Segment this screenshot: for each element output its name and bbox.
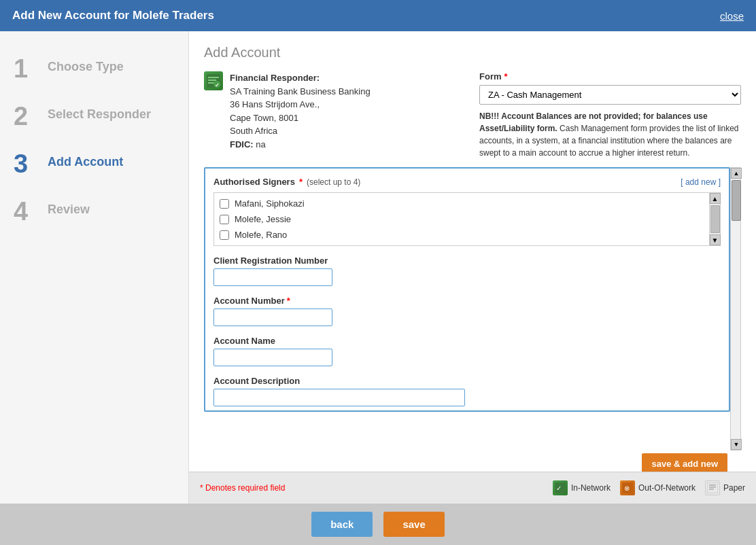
- responder-name-label: Financial Responder:: [230, 73, 320, 83]
- step-4-number: 4: [14, 198, 38, 224]
- account-name-input[interactable]: [213, 349, 332, 366]
- signers-label: Authorised Signers: [213, 177, 295, 187]
- add-new-signer-link[interactable]: [ add new ]: [681, 177, 721, 187]
- paper-icon: [705, 480, 720, 495]
- signer-checkbox-2[interactable]: [220, 230, 229, 240]
- signers-scroll-up[interactable]: ▲: [710, 193, 721, 204]
- signers-scrollbar: ▲ ▼: [709, 193, 720, 245]
- required-note: * Denotes required field: [200, 483, 285, 493]
- step-1-number: 1: [14, 56, 38, 82]
- in-network-icon: ✓: [553, 480, 568, 495]
- form-label-row: Form *: [479, 71, 741, 82]
- save-button[interactable]: save: [383, 512, 444, 537]
- legend-section: ✓ In-Network ⊗ Out-Of-Network: [553, 480, 745, 495]
- svg-text:✓: ✓: [215, 82, 220, 88]
- account-number-input[interactable]: [213, 309, 332, 326]
- responder-info: ✓ Financial Responder: SA Training Bank …: [204, 71, 466, 159]
- account-number-label: Account Number *: [213, 296, 721, 306]
- responder-details: Financial Responder: SA Training Bank Bu…: [230, 71, 371, 159]
- responder-fdic-label: FDIC: na: [230, 139, 266, 150]
- outer-scroll-track: [731, 179, 740, 439]
- signers-note: (select up to 4): [307, 177, 360, 187]
- outer-scroll-down[interactable]: ▼: [731, 439, 742, 450]
- modal-container: Add New Account for Molefe Traders close…: [0, 0, 756, 545]
- nb-note: NB!!! Account Balances are not provided;…: [479, 110, 741, 159]
- svg-rect-1: [208, 77, 219, 78]
- main-content: Add Account ✓: [189, 31, 756, 504]
- step-3-number: 3: [14, 151, 38, 177]
- paper-label: Paper: [723, 483, 745, 493]
- client-reg-input[interactable]: [213, 268, 332, 286]
- in-network-label: In-Network: [571, 483, 611, 493]
- account-number-group: Account Number *: [213, 296, 721, 326]
- responder-addr2: Cape Town, 8001: [230, 113, 298, 123]
- form-label: Form: [479, 71, 502, 82]
- top-section: ✓ Financial Responder: SA Training Bank …: [204, 71, 741, 159]
- step-3: 3 Add Account: [0, 140, 188, 188]
- step-1-label: Choose Type: [48, 56, 124, 74]
- svg-rect-10: [707, 482, 718, 493]
- client-reg-group: Client Registration Number: [213, 256, 721, 286]
- account-description-group: Account Description: [213, 376, 721, 406]
- modal-title: Add New Account for Molefe Traders: [12, 9, 214, 22]
- signer-name-0: Mafani, Siphokazi: [235, 198, 305, 209]
- form-column: Form * ZA - Cash Management NB!!! Accoun…: [479, 71, 741, 159]
- modal-header: Add New Account for Molefe Traders close: [0, 0, 756, 31]
- legend-in-network: ✓ In-Network: [553, 480, 611, 495]
- signer-item-0: Mafani, Siphokazi: [217, 196, 706, 211]
- step-1: 1 Choose Type: [0, 45, 188, 92]
- svg-rect-13: [709, 489, 714, 490]
- authorized-signers-header: Authorised Signers * (select up to 4) [ …: [213, 177, 721, 187]
- outer-scrollbar: ▲ ▼: [730, 167, 741, 451]
- signers-scroll-thumb: [710, 205, 720, 233]
- svg-text:✓: ✓: [556, 485, 562, 492]
- signer-name-2: Molefe, Rano: [235, 230, 287, 240]
- signer-item-1: Molefe, Jessie: [217, 211, 706, 227]
- outer-scroll-thumb: [732, 180, 741, 221]
- form-select[interactable]: ZA - Cash Management: [479, 85, 741, 105]
- account-description-input[interactable]: [213, 389, 465, 406]
- modal-footer: * Denotes required field ✓ In-Network ⊗: [189, 472, 756, 504]
- legend-out-of-network: ⊗ Out-Of-Network: [620, 480, 695, 495]
- signer-checkbox-0[interactable]: [220, 199, 229, 209]
- svg-rect-11: [709, 485, 716, 486]
- form-area: Authorised Signers * (select up to 4) [ …: [204, 167, 730, 412]
- svg-text:⊗: ⊗: [624, 485, 630, 492]
- sidebar: 1 Choose Type 2 Select Responder 3 Add A…: [0, 31, 189, 504]
- signers-scroll-down[interactable]: ▼: [710, 234, 721, 245]
- signers-required-star: *: [299, 177, 303, 187]
- responder-icon: ✓: [204, 71, 223, 90]
- responder-name: SA Training Bank Business Banking: [230, 86, 371, 96]
- outer-scroll-up[interactable]: ▲: [731, 168, 742, 179]
- legend-paper: Paper: [705, 480, 745, 495]
- account-name-label: Account Name: [213, 336, 721, 346]
- svg-rect-2: [208, 80, 216, 81]
- form-required-star: *: [504, 71, 508, 82]
- footer-bottom: * Denotes required field ✓ In-Network ⊗: [200, 478, 745, 498]
- account-name-group: Account Name: [213, 336, 721, 366]
- responder-addr1: 36 Hans Strijdom Ave.,: [230, 99, 320, 109]
- step-4-label: Review: [48, 198, 90, 217]
- step-2-number: 2: [14, 103, 38, 129]
- client-reg-label: Client Registration Number: [213, 256, 721, 266]
- step-2-label: Select Responder: [48, 103, 151, 122]
- signers-list: Mafani, Siphokazi Molefe, Jessie Molefe,…: [214, 193, 709, 245]
- signer-checkbox-1[interactable]: [220, 215, 229, 224]
- account-description-label: Account Description: [213, 376, 721, 386]
- out-of-network-icon: ⊗: [620, 480, 635, 495]
- signers-list-container: Mafani, Siphokazi Molefe, Jessie Molefe,…: [213, 192, 721, 246]
- responder-addr3: South Africa: [230, 126, 277, 136]
- section-title: Add Account: [204, 45, 741, 60]
- modal-body: 1 Choose Type 2 Select Responder 3 Add A…: [0, 31, 756, 504]
- signer-item-2: Molefe, Rano: [217, 227, 706, 243]
- modal-nav: back save: [0, 504, 756, 545]
- out-of-network-label: Out-Of-Network: [638, 483, 695, 493]
- account-number-star: *: [287, 296, 290, 306]
- step-2: 2 Select Responder: [0, 92, 188, 140]
- step-4: 4 Review: [0, 188, 188, 235]
- close-button[interactable]: close: [720, 10, 744, 22]
- svg-rect-12: [709, 487, 716, 488]
- signer-name-1: Molefe, Jessie: [235, 214, 291, 224]
- step-3-label: Add Account: [48, 151, 123, 169]
- back-button[interactable]: back: [311, 512, 373, 537]
